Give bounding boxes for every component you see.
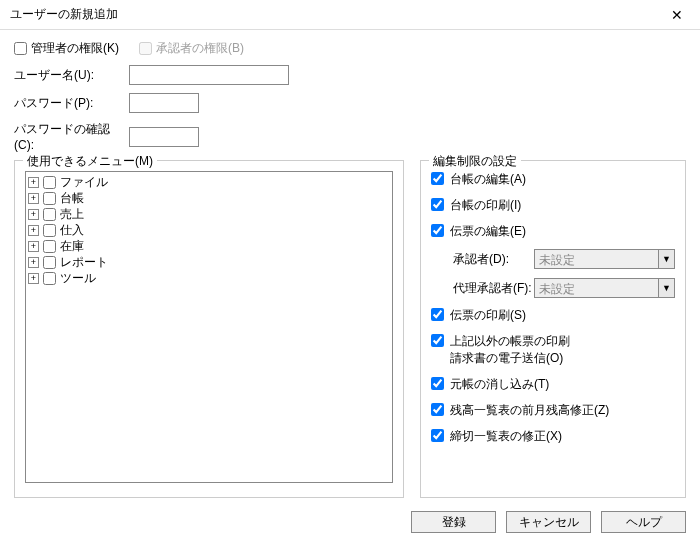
content-area: 管理者の権限(K) 承認者の権限(B) ユーザー名(U): パスワード(P): … (0, 30, 700, 504)
approver-combo[interactable]: 未設定 ▼ (534, 249, 675, 269)
tree-item-checkbox[interactable] (43, 208, 56, 221)
chevron-down-icon[interactable]: ▼ (658, 250, 674, 268)
approver-privilege-label: 承認者の権限(B) (156, 40, 244, 57)
tree-item[interactable]: +ファイル (28, 174, 390, 190)
tree-item[interactable]: +台帳 (28, 190, 390, 206)
tree-item-checkbox[interactable] (43, 176, 56, 189)
tree-item[interactable]: +売上 (28, 206, 390, 222)
tree-item-checkbox[interactable] (43, 272, 56, 285)
ledger-print-checkbox[interactable] (431, 198, 444, 211)
balance-fix-label: 残高一覧表の前月残高修正(Z) (450, 402, 609, 419)
tree-item[interactable]: +レポート (28, 254, 390, 270)
admin-privilege-checkbox[interactable]: 管理者の権限(K) (14, 40, 119, 57)
expand-icon[interactable]: + (28, 241, 39, 252)
expand-icon[interactable]: + (28, 225, 39, 236)
slip-edit-label: 伝票の編集(E) (450, 223, 526, 240)
cutoff-fix-label: 締切一覧表の修正(X) (450, 428, 562, 445)
help-button[interactable]: ヘルプ (601, 511, 686, 533)
password-confirm-label: パスワードの確認(C): (14, 121, 129, 152)
expand-icon[interactable]: + (28, 273, 39, 284)
slip-print-label: 伝票の印刷(S) (450, 307, 526, 324)
balance-fix-checkbox[interactable] (431, 403, 444, 416)
tree-item[interactable]: +在庫 (28, 238, 390, 254)
admin-privilege-input[interactable] (14, 42, 27, 55)
close-icon[interactable]: ✕ (662, 5, 692, 25)
username-label: ユーザー名(U): (14, 67, 129, 84)
tree-item-label: 在庫 (60, 238, 84, 255)
tree-item-checkbox[interactable] (43, 224, 56, 237)
ledger-edit-checkbox[interactable] (431, 172, 444, 185)
password-confirm-input[interactable] (129, 127, 199, 147)
password-label: パスワード(P): (14, 95, 129, 112)
tree-item-checkbox[interactable] (43, 256, 56, 269)
ledger-print-label: 台帳の印刷(I) (450, 197, 521, 214)
tree-item[interactable]: +仕入 (28, 222, 390, 238)
tree-item-label: ファイル (60, 174, 108, 191)
menu-tree[interactable]: +ファイル+台帳+売上+仕入+在庫+レポート+ツール (25, 171, 393, 483)
slip-edit-checkbox[interactable] (431, 224, 444, 237)
proxy-approver-combo[interactable]: 未設定 ▼ (534, 278, 675, 298)
tree-item-label: ツール (60, 270, 96, 287)
cancel-button[interactable]: キャンセル (506, 511, 591, 533)
tree-item-checkbox[interactable] (43, 240, 56, 253)
chevron-down-icon[interactable]: ▼ (658, 279, 674, 297)
other-print-checkbox[interactable] (431, 334, 444, 347)
expand-icon[interactable]: + (28, 177, 39, 188)
offset-checkbox[interactable] (431, 377, 444, 390)
tree-item-label: 台帳 (60, 190, 84, 207)
tree-item-label: 売上 (60, 206, 84, 223)
admin-privilege-label: 管理者の権限(K) (31, 40, 119, 57)
tree-item-label: レポート (60, 254, 108, 271)
offset-label: 元帳の消し込み(T) (450, 376, 549, 393)
approver-privilege-checkbox: 承認者の権限(B) (139, 40, 244, 57)
slip-print-checkbox[interactable] (431, 308, 444, 321)
register-button[interactable]: 登録 (411, 511, 496, 533)
password-input[interactable] (129, 93, 199, 113)
tree-item-checkbox[interactable] (43, 192, 56, 205)
cutoff-fix-checkbox[interactable] (431, 429, 444, 442)
window-title: ユーザーの新規追加 (10, 6, 118, 23)
other-print-label: 上記以外の帳票の印刷 請求書の電子送信(O) (450, 333, 570, 367)
proxy-approver-combo-value: 未設定 (535, 279, 658, 297)
expand-icon[interactable]: + (28, 193, 39, 204)
approver-privilege-input (139, 42, 152, 55)
tree-item-label: 仕入 (60, 222, 84, 239)
available-menus-legend: 使用できるメニュー(M) (23, 153, 157, 170)
expand-icon[interactable]: + (28, 257, 39, 268)
approver-combo-label: 承認者(D): (453, 251, 534, 268)
tree-item[interactable]: +ツール (28, 270, 390, 286)
button-bar: 登録 キャンセル ヘルプ (411, 511, 686, 533)
edit-restrictions-legend: 編集制限の設定 (429, 153, 521, 170)
ledger-edit-label: 台帳の編集(A) (450, 171, 526, 188)
username-input[interactable] (129, 65, 289, 85)
approver-combo-value: 未設定 (535, 250, 658, 268)
available-menus-group: 使用できるメニュー(M) +ファイル+台帳+売上+仕入+在庫+レポート+ツール (14, 160, 404, 498)
edit-restrictions-group: 編集制限の設定 台帳の編集(A) 台帳の印刷(I) 伝票の編集(E) 承認者(D… (420, 160, 686, 498)
title-bar: ユーザーの新規追加 ✕ (0, 0, 700, 30)
proxy-approver-combo-label: 代理承認者(F): (453, 280, 534, 297)
expand-icon[interactable]: + (28, 209, 39, 220)
